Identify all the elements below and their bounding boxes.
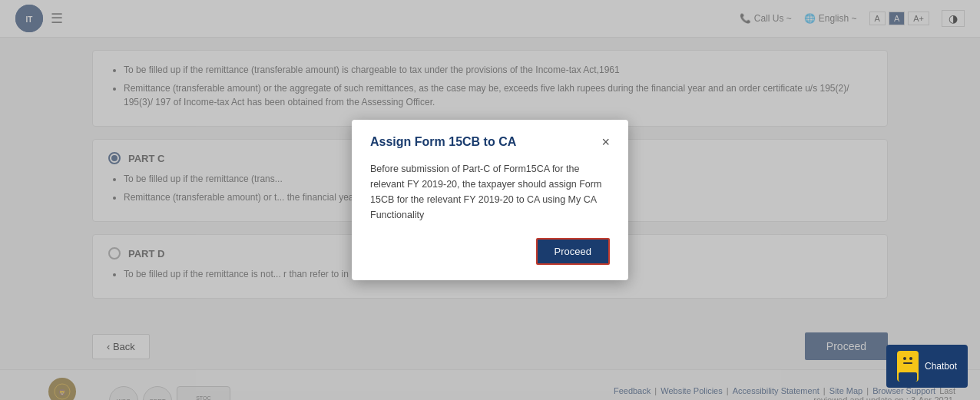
modal-header: Assign Form 15CB to CA × bbox=[370, 135, 610, 149]
modal-dialog: Assign Form 15CB to CA × Before submissi… bbox=[352, 120, 628, 280]
chatbot-avatar bbox=[897, 351, 919, 382]
svg-point-6 bbox=[909, 357, 912, 360]
svg-point-5 bbox=[903, 357, 906, 360]
chatbot-label: Chatbot bbox=[925, 361, 957, 372]
svg-rect-8 bbox=[899, 372, 917, 382]
modal-overlay: Assign Form 15CB to CA × Before submissi… bbox=[0, 0, 980, 400]
modal-body: Before submission of Part-C of Form15CA … bbox=[370, 161, 610, 223]
modal-close-button[interactable]: × bbox=[601, 135, 610, 149]
modal-proceed-button[interactable]: Proceed bbox=[536, 238, 610, 265]
chatbot-widget[interactable]: Chatbot bbox=[886, 345, 968, 388]
svg-rect-4 bbox=[900, 351, 915, 372]
svg-rect-7 bbox=[903, 362, 912, 364]
modal-title: Assign Form 15CB to CA bbox=[370, 135, 516, 149]
modal-footer: Proceed bbox=[370, 238, 610, 265]
